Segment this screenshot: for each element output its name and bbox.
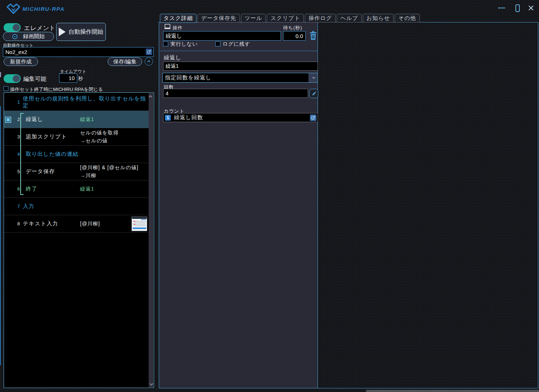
step-number: 1: [4, 93, 20, 110]
tab-2[interactable]: ツール: [241, 14, 266, 22]
record-radio-icon: [12, 34, 17, 39]
counter-badge: 1: [165, 115, 171, 121]
step-detail: 繰返1: [80, 180, 94, 197]
step-number: 4: [4, 146, 20, 163]
step-row-7[interactable]: 7入力: [4, 198, 149, 215]
log-checkbox[interactable]: [215, 41, 220, 46]
count-edit-button[interactable]: [309, 89, 318, 98]
tab-bar: タスク詳細データ保存先ツールスクリプト操作ログヘルプお知らせその他: [160, 14, 420, 23]
close-button[interactable]: [526, 3, 536, 13]
editable-toggle-label: 編集可能: [23, 75, 46, 83]
loop-section-label: 繰返し: [164, 54, 181, 61]
close-on-end-checkbox[interactable]: [4, 86, 8, 91]
minimize-icon: [498, 8, 505, 8]
chevron-up-icon: [146, 59, 151, 64]
record-start-label: 録画開始: [23, 33, 45, 40]
step-action-label: 入力: [23, 198, 34, 215]
element-toggle[interactable]: [4, 23, 21, 32]
step-detail: 繰返1: [80, 111, 94, 128]
auto-set-open-button[interactable]: [146, 49, 152, 55]
step-row-3[interactable]: 3追加スクリプトセルの値を取得→セルの値: [4, 128, 149, 146]
timeout-input[interactable]: [59, 74, 77, 83]
save-edit-button[interactable]: 保存/編集: [108, 57, 142, 66]
editable-toggle[interactable]: [4, 74, 21, 83]
close-icon: [527, 4, 535, 12]
left-edge-accent: [0, 106, 1, 365]
operation-input[interactable]: [163, 31, 281, 41]
tab-7[interactable]: その他: [395, 14, 420, 22]
tab-5[interactable]: ヘルプ: [337, 14, 362, 22]
app-title: MICHIRU-RPA: [22, 6, 65, 12]
operation-label: 操作: [173, 25, 183, 31]
new-set-button[interactable]: 新規作成: [4, 57, 38, 66]
step-thumbnail: [132, 217, 147, 231]
step-list: 1使用セルの規則性を利用し、取り出すセルを指定2繰返し繰返13追加スクリプトセル…: [4, 92, 154, 388]
tab-0[interactable]: タスク詳細: [160, 14, 196, 23]
restore-icon: [515, 4, 520, 12]
laptop-icon: [163, 24, 171, 30]
step-list-scrollbar[interactable]: [149, 93, 153, 387]
external-link-icon: [311, 116, 315, 120]
auto-start-label: 自動操作開始: [69, 28, 103, 36]
step-number: 2: [4, 111, 20, 128]
step-number: 5: [4, 163, 20, 180]
step-number: 7: [4, 198, 20, 215]
wait-label: 待ち(秒): [283, 25, 302, 31]
restore-button[interactable]: [513, 3, 523, 13]
log-checkbox-label: ログに残す: [223, 41, 250, 47]
michiru-logo-icon: [6, 2, 21, 16]
step-row-1[interactable]: 1使用セルの規則性を利用し、取り出すセルを指定: [4, 93, 149, 111]
wait-input[interactable]: [283, 31, 306, 41]
step-row-2[interactable]: 2繰返し繰返1: [4, 111, 149, 128]
delete-step-button[interactable]: [308, 31, 318, 41]
step-action-label: 使用セルの規則性を利用し、取り出すセルを指定: [23, 93, 149, 110]
counter-open-button[interactable]: [310, 114, 316, 121]
pencil-icon: [311, 91, 316, 96]
chevron-down-icon[interactable]: [308, 73, 318, 82]
step-action-label: 繰返し: [26, 111, 43, 128]
step-detail: [@川柳]: [80, 215, 100, 232]
tab-1[interactable]: データ保存先: [198, 14, 240, 22]
step-number: 6: [4, 180, 20, 197]
michiru-rpa-window: { "window": { "app_title": "MICHIRU-RPA"…: [0, 0, 539, 392]
step-number: 8: [4, 215, 20, 232]
element-toggle-label: エレメント: [24, 24, 55, 32]
section-divider: [159, 51, 318, 51]
tab-3[interactable]: スクリプト: [267, 14, 304, 22]
timeout-unit: 秒: [78, 75, 83, 82]
skip-checkbox-label: 実行しない: [170, 41, 198, 47]
step-action-label: データ保存: [26, 163, 55, 180]
step-number: 3: [4, 128, 20, 145]
step-detail: セルの値を取得→セルの値: [80, 128, 119, 145]
close-on-end-label: 操作セット終了時にMICHIRU RPAを閉じる: [10, 86, 103, 93]
step-detail: [@川柳] & [@セルの値]→川柳: [80, 163, 138, 180]
record-start-button[interactable]: 録画開始: [3, 32, 54, 41]
step-action-label: 取り出した値の連結: [26, 146, 78, 163]
auto-set-input[interactable]: [3, 47, 154, 57]
step-action-label: テキスト入力: [23, 215, 58, 232]
step-row-4[interactable]: 4取り出した値の連結: [4, 146, 149, 163]
count-input[interactable]: [163, 89, 308, 98]
skip-checkbox[interactable]: [163, 41, 168, 46]
loop-type-value: 指定回数を繰返し: [163, 74, 308, 81]
tab-4[interactable]: 操作ログ: [305, 14, 336, 22]
external-link-icon: [147, 50, 151, 54]
loop-type-select[interactable]: 指定回数を繰返し: [162, 73, 318, 83]
taskbar-edge-strip: [366, 390, 539, 392]
step-list-rows: 1使用セルの規則性を利用し、取り出すセルを指定2繰返し繰返13追加スクリプトセル…: [4, 93, 149, 388]
scroll-down-icon[interactable]: [149, 381, 153, 387]
play-icon: [59, 28, 66, 36]
step-action-label: 追加スクリプト: [26, 128, 67, 145]
counter-label: カウント: [164, 108, 184, 114]
loop-name-input[interactable]: [163, 62, 318, 71]
step-row-6[interactable]: 6終了繰返1: [4, 180, 149, 198]
tab-6[interactable]: お知らせ: [363, 14, 394, 22]
counter-field[interactable]: 1 繰返し回数: [163, 113, 318, 122]
minimize-button[interactable]: [497, 4, 507, 12]
scroll-up-icon[interactable]: [149, 94, 153, 99]
auto-start-button[interactable]: 自動操作開始: [56, 23, 106, 41]
step-action-label: 終了: [26, 180, 37, 197]
step-row-8[interactable]: 8テキスト入力[@川柳]: [4, 215, 149, 233]
collapse-button[interactable]: [145, 57, 153, 66]
step-row-5[interactable]: 5データ保存[@川柳] & [@セルの値]→川柳: [4, 163, 149, 180]
